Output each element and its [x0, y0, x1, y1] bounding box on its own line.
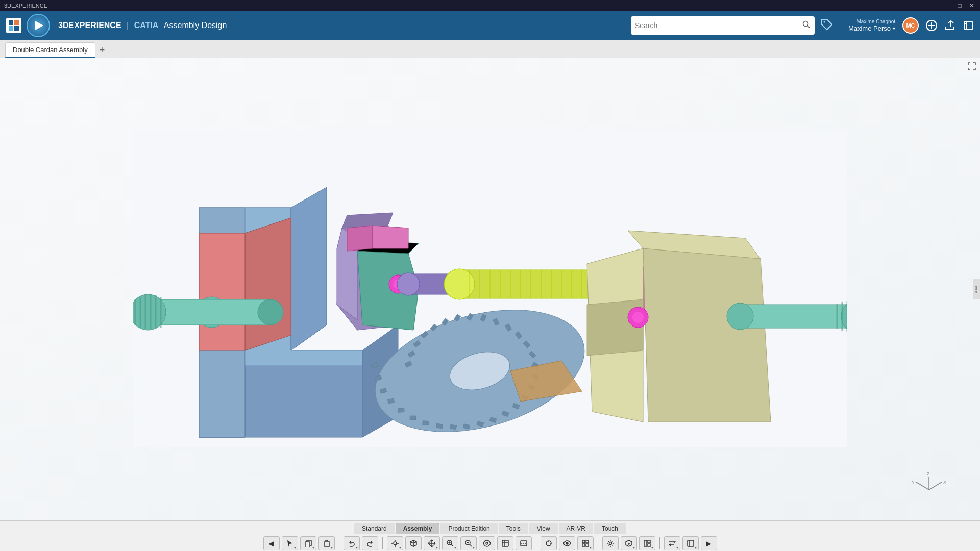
svg-line-142: [451, 544, 453, 546]
svg-rect-162: [648, 540, 650, 543]
pipe-separator: |: [127, 21, 129, 30]
pan-tool[interactable]: ▼: [460, 536, 477, 550]
svg-rect-135: [325, 541, 329, 547]
svg-marker-36: [373, 226, 408, 248]
svg-rect-64: [387, 398, 394, 404]
window-controls: ─ □ ✕: [943, 2, 976, 9]
svg-marker-17: [291, 187, 327, 350]
user-info: Maxime Chagnot Maxime Perso ▾: [848, 19, 895, 32]
logo-area: [6, 14, 50, 37]
svg-rect-1: [14, 20, 19, 25]
search-area: [631, 16, 834, 35]
svg-line-5: [807, 26, 810, 28]
tab-tools[interactable]: Tools: [499, 523, 528, 534]
tag-icon[interactable]: [820, 17, 834, 34]
compass-widget[interactable]: X Y Z: [909, 469, 949, 510]
zoom-tool[interactable]: ▼: [442, 536, 458, 550]
svg-line-127: [929, 482, 942, 490]
assembly-viewport[interactable]: [133, 131, 847, 447]
design-type: Assembly Design: [164, 21, 227, 30]
separator-5: [659, 537, 660, 549]
maximize-button[interactable]: □: [955, 2, 964, 9]
avatar[interactable]: MC: [902, 17, 919, 34]
undo-tool[interactable]: ▼: [344, 536, 360, 550]
search-input[interactable]: [635, 21, 802, 30]
view-tool[interactable]: [479, 536, 495, 550]
svg-rect-21: [148, 299, 271, 325]
tab-view[interactable]: View: [529, 523, 558, 534]
canvas-area: X Y Z: [0, 58, 980, 520]
svg-rect-68: [436, 423, 443, 429]
separator-3: [536, 537, 536, 549]
svg-rect-0: [9, 20, 13, 25]
svg-point-29: [258, 299, 283, 325]
tab-double-cardan[interactable]: Double Cardan Assembly: [5, 42, 95, 58]
eye-tool[interactable]: [559, 536, 575, 550]
add-tab-button[interactable]: +: [95, 43, 109, 58]
panel-tool[interactable]: ▼: [682, 536, 699, 550]
svg-point-148: [486, 542, 488, 544]
minimize-button[interactable]: ─: [943, 2, 951, 9]
box-view-tool[interactable]: [497, 536, 513, 550]
search-box: [631, 16, 815, 35]
render-tool[interactable]: [541, 536, 557, 550]
close-button[interactable]: ✕: [968, 2, 976, 9]
tab-bar: Double Cardan Assembly +: [0, 40, 980, 58]
paste-tool[interactable]: ▼: [318, 536, 335, 550]
scroll-left-button[interactable]: ◀: [263, 536, 280, 550]
separator-4: [598, 537, 598, 549]
tab-assembly[interactable]: Assembly: [396, 523, 440, 534]
redo-tool[interactable]: [362, 536, 378, 550]
module-name: CATIA: [134, 21, 159, 30]
tab-touch[interactable]: Touch: [594, 523, 626, 534]
svg-rect-67: [423, 420, 429, 425]
svg-marker-35: [347, 226, 373, 251]
svg-rect-65: [398, 408, 405, 412]
svg-point-158: [609, 542, 611, 545]
svg-point-6: [823, 21, 825, 22]
layout-tool[interactable]: ▼: [639, 536, 655, 550]
svg-point-125: [975, 288, 977, 290]
compass-svg: X Y Z: [909, 469, 949, 510]
header-right: Maxime Chagnot Maxime Perso ▾ MC: [848, 17, 974, 34]
add-button[interactable]: [926, 20, 937, 31]
svg-rect-112: [740, 305, 847, 328]
copy-tool[interactable]: ▼: [300, 536, 316, 550]
svg-rect-3: [14, 26, 19, 31]
fullscreen-button[interactable]: [966, 60, 978, 72]
scroll-right-button[interactable]: ▶: [701, 536, 717, 550]
search-button[interactable]: [802, 20, 811, 31]
svg-marker-18: [245, 218, 291, 350]
tab-standard[interactable]: Standard: [354, 523, 395, 534]
cube-tool[interactable]: [405, 536, 422, 550]
side-panel-handle[interactable]: [973, 279, 980, 299]
svg-point-126: [975, 291, 977, 293]
svg-point-45: [444, 269, 475, 299]
svg-rect-66: [410, 416, 416, 420]
user-name[interactable]: Maxime Perso ▾: [848, 24, 895, 32]
settings-tool[interactable]: [602, 536, 619, 550]
tab-product-edition[interactable]: Product Edition: [440, 523, 497, 534]
add-component-tool[interactable]: ▼: [621, 536, 637, 550]
svg-line-146: [470, 544, 472, 546]
svg-marker-108: [643, 248, 771, 422]
share-button[interactable]: [944, 20, 955, 31]
switch-tool[interactable]: ▼: [664, 536, 680, 550]
svg-rect-10: [964, 21, 972, 30]
select-tool[interactable]: ▼: [282, 536, 298, 550]
svg-point-153: [566, 542, 568, 544]
grid-tool[interactable]: ▼: [577, 536, 594, 550]
svg-text:Y: Y: [912, 480, 915, 485]
expand-button[interactable]: [963, 20, 974, 31]
move-tool[interactable]: ▼: [424, 536, 440, 550]
svg-point-124: [975, 286, 977, 288]
svg-rect-155: [586, 540, 589, 543]
svg-marker-19: [199, 233, 245, 350]
transform-tool[interactable]: ▼: [387, 536, 403, 550]
bottom-toolbar: Standard Assembly Product Edition Tools …: [0, 520, 980, 551]
play-button[interactable]: [27, 14, 50, 37]
dropdown-arrow-icon: ▾: [893, 26, 895, 31]
section-tool[interactable]: [516, 536, 532, 550]
title-bar: 3DEXPERIENCE ─ □ ✕: [0, 0, 980, 11]
tab-ar-vr[interactable]: AR-VR: [559, 523, 593, 534]
